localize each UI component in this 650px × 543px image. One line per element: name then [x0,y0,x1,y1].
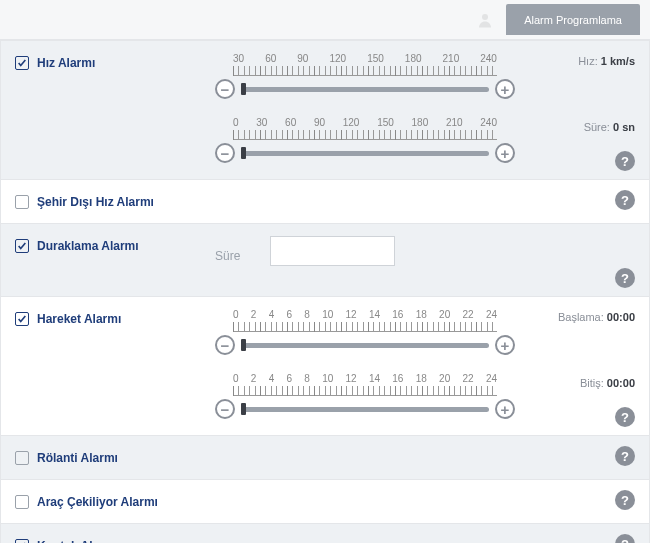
tick-label: 10 [322,309,333,320]
help-icon[interactable]: ? [615,534,635,543]
tick-label: 90 [297,53,308,64]
slider-hiz-sure-handle[interactable] [241,147,246,159]
checkbox-hiz-alarmi[interactable] [15,56,29,70]
tick-label: 8 [304,373,310,384]
tick-label: 16 [392,309,403,320]
tick-label: 60 [265,53,276,64]
label-baslama-readout: Başlama: [558,311,604,323]
slider-hiz-sure-ticks: 0306090120150180210240 [233,117,497,128]
value-bitis-readout: 00:00 [607,377,635,389]
topbar: Alarm Programlama [0,0,650,40]
tick-label: 240 [480,53,497,64]
section-kontak: Kontak Alarmı ? [1,524,649,543]
tick-label: 60 [285,117,296,128]
plus-button[interactable]: + [495,143,515,163]
slider-baslama-track[interactable] [241,343,489,348]
checkbox-hareket[interactable] [15,312,29,326]
section-arac-cekiliyor: Araç Çekiliyor Alarmı ? [1,480,649,524]
checkbox-duraklama[interactable] [15,239,29,253]
help-icon[interactable]: ? [615,407,635,427]
tick-label: 22 [462,373,473,384]
tick-label: 14 [369,309,380,320]
slider-hiz-sure: 0306090120150180210240 − + [215,117,515,163]
input-sure[interactable] [270,236,395,266]
tick-label: 24 [486,309,497,320]
label-arac-cekiliyor: Araç Çekiliyor Alarmı [37,495,158,509]
tick-label: 180 [412,117,429,128]
value-sure-readout: 0 sn [613,121,635,133]
label-sehir-disi: Şehir Dışı Hız Alarmı [37,195,154,209]
tick-label: 30 [233,53,244,64]
user-icon [476,11,494,29]
slider-hiz-sure-track[interactable] [241,151,489,156]
tick-label: 90 [314,117,325,128]
tick-label: 24 [486,373,497,384]
tick-label: 20 [439,373,450,384]
tick-label: 6 [286,309,292,320]
tick-label: 30 [256,117,267,128]
label-kontak: Kontak Alarmı [37,539,118,543]
help-icon[interactable]: ? [615,151,635,171]
section-hiz-alarmi: Hız Alarmı 306090120150180210240 − + 030… [1,41,649,180]
tick-label: 180 [405,53,422,64]
minus-button[interactable]: − [215,399,235,419]
label-hiz-alarmi: Hız Alarmı [37,56,95,70]
label-duraklama: Duraklama Alarmı [37,239,139,253]
alarm-panel: Hız Alarmı 306090120150180210240 − + 030… [0,40,650,543]
tick-label: 150 [377,117,394,128]
tick-label: 20 [439,309,450,320]
minus-button[interactable]: − [215,79,235,99]
tick-label: 120 [329,53,346,64]
section-sehir-disi: Şehir Dışı Hız Alarmı ? [1,180,649,224]
tick-label: 2 [251,309,257,320]
section-rolanti: Rölanti Alarmı ? [1,436,649,480]
plus-button[interactable]: + [495,335,515,355]
tick-label: 2 [251,373,257,384]
help-icon[interactable]: ? [615,446,635,466]
label-hiz-readout: Hız: [578,55,598,67]
slider-bitis-track[interactable] [241,407,489,412]
checkbox-arac-cekiliyor[interactable] [15,495,29,509]
svg-point-0 [482,14,488,20]
tick-label: 0 [233,309,239,320]
value-baslama-readout: 00:00 [607,311,635,323]
tick-label: 12 [346,309,357,320]
tick-label: 150 [367,53,384,64]
tick-label: 8 [304,309,310,320]
tick-label: 120 [343,117,360,128]
tick-label: 0 [233,117,239,128]
help-icon[interactable]: ? [615,190,635,210]
tab-alarm-programlama[interactable]: Alarm Programlama [506,4,640,35]
tick-label: 4 [269,309,275,320]
tick-label: 14 [369,373,380,384]
tick-label: 210 [443,53,460,64]
tick-label: 0 [233,373,239,384]
tick-label: 6 [286,373,292,384]
slider-hiz: 306090120150180210240 − + [215,53,515,99]
slider-hiz-ticks: 306090120150180210240 [233,53,497,64]
slider-hiz-handle[interactable] [241,83,246,95]
label-rolanti: Rölanti Alarmı [37,451,118,465]
section-duraklama: Duraklama Alarmı Süre ? [1,224,649,297]
help-icon[interactable]: ? [615,268,635,288]
checkbox-kontak[interactable] [15,539,29,543]
minus-button[interactable]: − [215,143,235,163]
tick-label: 18 [416,309,427,320]
tick-label: 12 [346,373,357,384]
checkbox-rolanti[interactable] [15,451,29,465]
label-bitis-readout: Bitiş: [580,377,604,389]
checkbox-sehir-disi[interactable] [15,195,29,209]
label-hareket: Hareket Alarmı [37,312,121,326]
minus-button[interactable]: − [215,335,235,355]
slider-baslama-handle[interactable] [241,339,246,351]
plus-button[interactable]: + [495,399,515,419]
tick-label: 4 [269,373,275,384]
slider-bitis: 024681012141618202224 − + [215,373,515,419]
tick-label: 16 [392,373,403,384]
plus-button[interactable]: + [495,79,515,99]
label-sure: Süre [215,239,270,263]
slider-hiz-track[interactable] [241,87,489,92]
slider-bitis-ticks: 024681012141618202224 [233,373,497,384]
help-icon[interactable]: ? [615,490,635,510]
slider-bitis-handle[interactable] [241,403,246,415]
